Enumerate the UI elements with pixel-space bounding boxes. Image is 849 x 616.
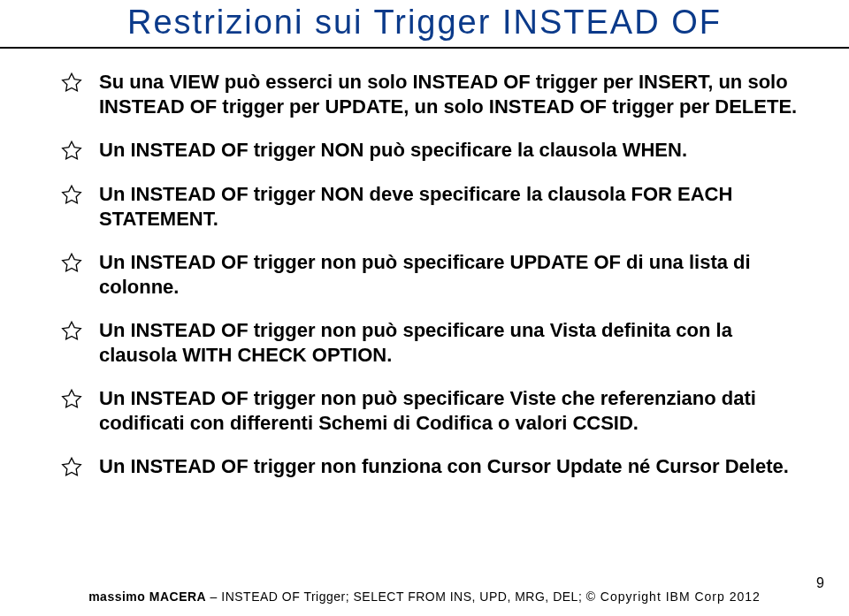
bullet-item: Un INSTEAD OF trigger NON può specificar… [60,138,807,163]
bullet-text: Un INSTEAD OF trigger NON deve specifica… [99,182,807,231]
footer-topic: INSTEAD OF Trigger; SELECT FROM INS, UPD… [221,589,578,604]
footer-copyright: © Copyright IBM Corp 2012 [586,589,761,604]
bullet-text: Su una VIEW può esserci un solo INSTEAD … [99,70,807,118]
bullet-item: Un INSTEAD OF trigger NON deve specifica… [60,182,807,231]
title-rule [0,47,849,49]
svg-marker-4 [63,322,81,339]
bullet-list: Su una VIEW può esserci un solo INSTEAD … [0,70,849,479]
svg-marker-3 [63,254,81,271]
bullet-item: Un INSTEAD OF trigger non può specificar… [60,386,807,435]
bullet-text: Un INSTEAD OF trigger NON può specificar… [99,138,687,163]
star-icon [60,320,83,343]
star-icon [60,140,83,163]
star-icon [60,252,83,275]
svg-marker-1 [63,141,81,159]
star-icon [60,456,83,479]
svg-marker-2 [63,186,81,203]
footer-author: massimo MACERA [88,589,206,604]
bullet-text: Un INSTEAD OF trigger non può specificar… [99,318,807,367]
star-icon [60,388,83,411]
svg-marker-5 [63,390,81,407]
footer-sep: – [206,589,221,604]
bullet-item: Un INSTEAD OF trigger non funziona con C… [60,454,807,479]
slide-page: Restrizioni sui Trigger INSTEAD OF Su un… [0,0,849,616]
bullet-item: Un INSTEAD OF trigger non può specificar… [60,250,807,299]
footer-sep2: ; [578,589,586,604]
star-icon [60,72,83,95]
svg-marker-6 [63,458,81,475]
bullet-item: Su una VIEW può esserci un solo INSTEAD … [60,70,807,118]
bullet-text: Un INSTEAD OF trigger non funziona con C… [99,454,789,479]
slide-footer: massimo MACERA – INSTEAD OF Trigger; SEL… [0,589,849,604]
slide-title: Restrizioni sui Trigger INSTEAD OF [0,0,849,42]
bullet-text: Un INSTEAD OF trigger non può specificar… [99,250,807,299]
page-number: 9 [816,575,824,591]
bullet-item: Un INSTEAD OF trigger non può specificar… [60,318,807,367]
svg-marker-0 [63,73,81,91]
star-icon [60,184,83,207]
bullet-text: Un INSTEAD OF trigger non può specificar… [99,386,807,435]
